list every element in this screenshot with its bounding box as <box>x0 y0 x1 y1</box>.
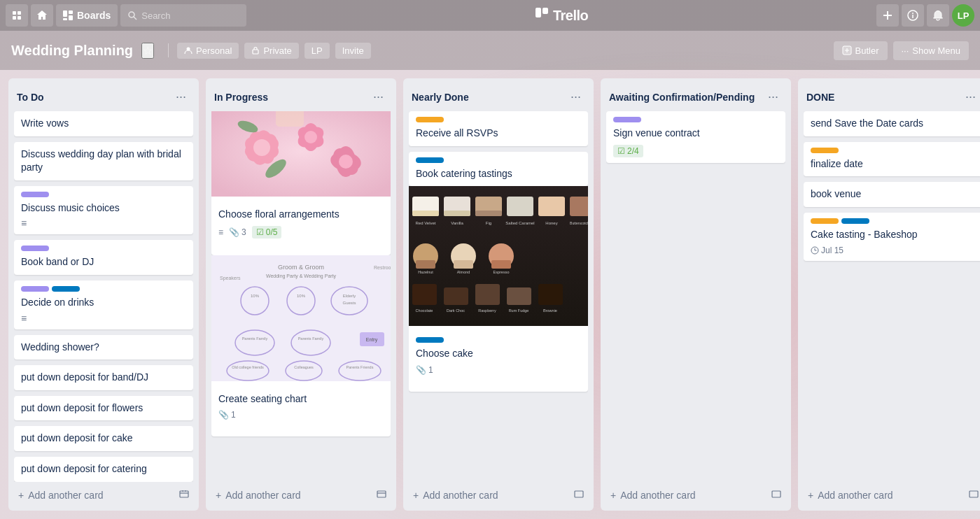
add-card-awaiting-btn[interactable]: + Add another card <box>606 483 785 506</box>
label-purple <box>21 246 49 251</box>
column-nearlydone-header: Nearly Done ··· <box>409 84 588 111</box>
card-discuss-music[interactable]: Discuss music choices ≡ <box>14 186 193 235</box>
card-meta: 📎 1 <box>218 410 384 420</box>
info-btn[interactable] <box>902 4 924 27</box>
card-book-band[interactable]: Book band or DJ <box>14 240 193 275</box>
svg-line-9 <box>134 17 136 20</box>
column-awaiting-cards: Sign venue contract ☑ 2/4 <box>606 111 785 482</box>
svg-text:Almond: Almond <box>457 270 470 274</box>
card-seating[interactable]: Groom & Groom Wedding Party & Wedding Pa… <box>211 255 391 437</box>
card-deposit-flowers[interactable]: put down deposit for flowers <box>14 396 193 421</box>
paperclip-icon: 📎 <box>416 365 426 375</box>
butler-btn[interactable]: Butler <box>834 41 888 60</box>
home-btn[interactable] <box>31 4 53 27</box>
notification-btn[interactable] <box>927 4 949 27</box>
add-icon: + <box>18 490 24 501</box>
show-menu-btn[interactable]: ··· Show Menu <box>893 41 969 60</box>
add-card-todo-btn[interactable]: + Add another card <box>14 483 193 506</box>
add-card-done-btn[interactable]: + Add another card <box>804 483 980 506</box>
add-card-nearlydone-btn[interactable]: + Add another card <box>409 483 588 506</box>
star-btn[interactable]: ☆ <box>141 43 154 59</box>
svg-text:10%: 10% <box>297 294 306 298</box>
svg-text:Parents Friends: Parents Friends <box>346 365 374 369</box>
archive-icon <box>574 489 584 501</box>
add-btn[interactable] <box>876 4 899 27</box>
column-nearlydone-menu-btn[interactable]: ··· <box>566 88 585 106</box>
column-done-title: DONE <box>806 92 961 103</box>
card-labels <box>416 337 581 343</box>
seating-svg: Groom & Groom Wedding Party & Wedding Pa… <box>211 255 391 381</box>
column-inprogress-menu-btn[interactable]: ··· <box>369 88 388 106</box>
personal-label: Personal <box>196 45 232 56</box>
svg-text:Hazelnut: Hazelnut <box>418 270 433 274</box>
card-finalize-date[interactable]: finalize date <box>804 142 980 177</box>
card-cake-tasting[interactable]: Cake tasting - Bakeshop Jul 15 <box>804 213 980 262</box>
boards-btn[interactable]: Boards <box>56 4 118 27</box>
seating-image: Groom & Groom Wedding Party & Wedding Pa… <box>211 255 391 381</box>
card-book-venue[interactable]: book venue <box>804 182 980 207</box>
svg-text:Guests: Guests <box>342 301 356 305</box>
avatar-initials: LP <box>958 10 969 21</box>
checklist-icon: ☑ <box>617 146 625 156</box>
invite-btn[interactable]: Invite <box>335 43 371 59</box>
svg-rect-94 <box>412 284 437 305</box>
label-blue <box>841 218 869 224</box>
svg-rect-98 <box>475 284 500 305</box>
add-card-inprogress-btn[interactable]: + Add another card <box>211 483 391 506</box>
card-save-date[interactable]: send Save the Date cards <box>804 111 980 136</box>
card-decide-drinks[interactable]: Decide on drinks ≡ <box>14 280 193 329</box>
card-deposit-cake[interactable]: put down deposit for cake <box>14 426 193 451</box>
card-meta: Jul 15 <box>811 246 976 255</box>
column-todo-menu-btn[interactable]: ··· <box>172 88 190 106</box>
svg-rect-79 <box>507 197 533 216</box>
card-labels <box>21 286 186 292</box>
card-deposit-band[interactable]: put down deposit for band/DJ <box>14 365 193 390</box>
add-label: Add another card <box>620 490 695 501</box>
private-btn[interactable]: Private <box>244 43 298 59</box>
svg-rect-109 <box>969 491 978 497</box>
search-bar[interactable]: Search <box>120 4 246 27</box>
svg-text:Dark Choc: Dark Choc <box>447 308 465 313</box>
svg-rect-74 <box>444 211 470 216</box>
personal-btn[interactable]: Personal <box>177 43 239 59</box>
card-deposit-catering[interactable]: put down deposit for catering <box>14 457 193 482</box>
card-choose-cake[interactable]: Red Velvet Vanilla Fig Salted Caramel Ho… <box>409 186 588 392</box>
column-done-header: DONE ··· <box>804 84 980 111</box>
svg-text:Salted Caramel: Salted Caramel <box>505 221 534 225</box>
card-book-catering[interactable]: Book catering tastings <box>409 152 588 187</box>
add-label: Add another card <box>28 490 103 501</box>
nav-center: Trello <box>249 7 874 24</box>
svg-rect-89 <box>454 260 473 269</box>
card-title: Choose cake <box>416 347 581 361</box>
svg-text:Brownie: Brownie <box>543 308 557 313</box>
label-blue <box>416 337 444 343</box>
svg-rect-104 <box>575 491 583 497</box>
column-todo-header: To Do ··· <box>14 84 193 111</box>
svg-rect-2 <box>13 16 16 20</box>
svg-text:Espresso: Espresso <box>493 270 510 274</box>
desc-meta: ≡ <box>218 227 223 237</box>
paperclip-icon: 📎 <box>218 410 229 420</box>
card-sign-venue[interactable]: Sign venue contract ☑ 2/4 <box>606 111 785 163</box>
column-awaiting-menu-btn[interactable]: ··· <box>764 88 783 106</box>
svg-rect-71 <box>412 211 439 216</box>
column-done-cards: send Save the Date cards finalize date b… <box>804 111 980 482</box>
card-floral[interactable]: Choose floral arrangements ≡ 📎 3 ☑ 0/5 <box>211 111 391 255</box>
svg-text:Speakers: Speakers <box>220 276 241 281</box>
home-icon-btn[interactable] <box>6 4 28 27</box>
svg-rect-83 <box>570 197 588 216</box>
column-done-menu-btn[interactable]: ··· <box>961 88 980 106</box>
card-wedding-shower[interactable]: Wedding shower? <box>14 335 193 360</box>
card-labels <box>416 157 581 163</box>
user-avatar[interactable]: LP <box>952 4 974 27</box>
label-purple <box>613 117 641 122</box>
column-todo: To Do ··· Write vows Discuss wedding day… <box>8 78 199 511</box>
cake-svg: Red Velvet Vanilla Fig Salted Caramel Ho… <box>409 186 588 326</box>
card-receive-rsvps[interactable]: Receive all RSVPs <box>409 111 588 146</box>
card-write-vows[interactable]: Write vows <box>14 111 193 136</box>
floral-image <box>211 111 391 197</box>
card-discuss-wedding-day[interactable]: Discuss wedding day plan with bridal par… <box>14 142 193 180</box>
lp-badge[interactable]: LP <box>304 43 330 59</box>
svg-rect-81 <box>538 197 565 216</box>
card-meta: ≡ 📎 3 ☑ 0/5 <box>218 226 384 239</box>
